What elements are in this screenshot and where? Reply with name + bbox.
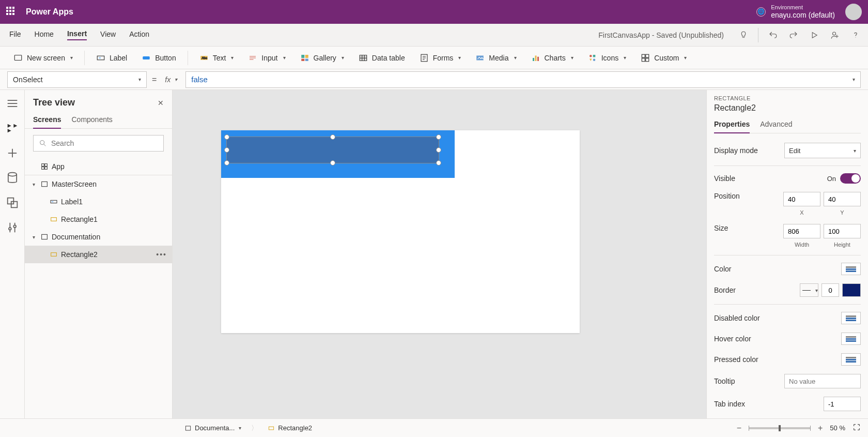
close-panel-icon[interactable]: ✕ [158, 99, 164, 107]
svg-rect-37 [51, 253, 57, 257]
tooltip-input[interactable] [784, 374, 861, 388]
tab-properties[interactable]: Properties [714, 117, 750, 133]
tree-node-label1[interactable]: Label1 [25, 193, 172, 210]
collapse-icon[interactable]: ▾ [30, 182, 37, 187]
crumb-screen[interactable]: Documenta... ▾ [180, 422, 246, 434]
resize-handle-w[interactable] [224, 147, 229, 153]
menu-file[interactable]: File [9, 30, 21, 40]
width-input[interactable] [783, 224, 820, 238]
button-icon [142, 53, 151, 63]
zoom-in-button[interactable]: + [818, 424, 823, 433]
resize-handle-s[interactable] [330, 160, 335, 165]
menu-view[interactable]: View [100, 30, 116, 40]
button-button[interactable]: Button [135, 50, 182, 66]
redo-icon[interactable] [787, 29, 800, 41]
tree-node-app[interactable]: App [25, 158, 172, 175]
pos-x-input[interactable] [783, 192, 820, 206]
more-icon[interactable]: ••• [156, 250, 167, 259]
data-icon[interactable] [5, 171, 20, 185]
height-input[interactable] [824, 224, 861, 238]
border-color-picker[interactable] [842, 283, 861, 297]
tree-view-icon[interactable] [5, 121, 20, 135]
resize-handle-sw[interactable] [224, 160, 229, 165]
crumb-control[interactable]: Rectangle2 [263, 422, 317, 434]
resize-handle-se[interactable] [436, 160, 441, 165]
display-mode-select[interactable]: Edit ▾ [784, 143, 861, 158]
forms-label: Forms [433, 54, 454, 62]
zoom-out-button[interactable]: − [737, 424, 741, 433]
menu-insert[interactable]: Insert [67, 29, 87, 40]
fx-indicator[interactable]: fx ▾ [162, 76, 180, 84]
resize-handle-nw[interactable] [224, 134, 229, 140]
undo-icon[interactable] [767, 29, 779, 41]
media-dropdown[interactable]: Media ▾ [469, 50, 522, 66]
play-icon[interactable] [808, 29, 820, 41]
color-picker[interactable] [841, 263, 861, 275]
tools-icon[interactable] [5, 220, 20, 235]
charts-dropdown[interactable]: Charts ▾ [525, 50, 580, 66]
svg-rect-39 [269, 427, 274, 430]
tree-node-rectangle1[interactable]: Rectangle1 [25, 210, 172, 228]
media-rail-icon[interactable] [5, 195, 20, 210]
label-button[interactable]: Label [90, 50, 133, 66]
border-width-input[interactable] [822, 283, 839, 297]
share-icon[interactable] [829, 29, 841, 41]
chevron-down-icon: ▾ [571, 55, 574, 61]
input-dropdown[interactable]: Input ▾ [242, 50, 291, 66]
waffle-icon[interactable] [6, 7, 17, 17]
resize-handle-e[interactable] [436, 147, 441, 153]
tab-components[interactable]: Components [71, 112, 112, 128]
selected-rectangle[interactable] [226, 137, 439, 163]
tree-node-documentation[interactable]: ▾ Documentation [25, 228, 172, 246]
add-icon[interactable] [5, 146, 20, 160]
tree-node-rectangle2[interactable]: Rectangle2 ••• [25, 246, 172, 263]
zoom-pct: % [839, 424, 845, 432]
new-screen-button[interactable]: New screen ▾ [7, 50, 79, 66]
separator [758, 28, 758, 42]
datatable-button[interactable]: Data table [352, 50, 411, 66]
zoom-thumb[interactable] [779, 425, 781, 431]
gallery-dropdown[interactable]: Gallery ▾ [294, 50, 350, 66]
svg-point-18 [593, 58, 595, 61]
disabled-color-picker[interactable] [841, 312, 861, 324]
zoom-slider[interactable] [749, 427, 811, 429]
help-icon[interactable] [849, 29, 862, 41]
env-label: Environment [771, 4, 835, 11]
property-selector[interactable]: OnSelect ▾ [7, 71, 147, 88]
pressed-color-picker[interactable] [841, 353, 861, 366]
custom-dropdown[interactable]: Custom ▾ [634, 50, 693, 66]
menu-action[interactable]: Action [129, 30, 149, 40]
border-style-picker[interactable]: ▾ [800, 283, 818, 297]
icons-label: Icons [601, 54, 618, 62]
forms-dropdown[interactable]: Forms ▾ [413, 50, 468, 66]
tree-search[interactable] [33, 135, 164, 152]
tab-advanced[interactable]: Advanced [760, 117, 792, 133]
control-name[interactable]: Rectangle2 [714, 103, 861, 113]
environment-picker[interactable]: 🌐 Environment enayu.com (default) [756, 4, 835, 20]
app-checker-icon[interactable] [737, 29, 750, 41]
tree-label: Rectangle1 [61, 215, 98, 223]
tree-node-masterscreen[interactable]: ▾ MasterScreen [25, 175, 172, 193]
icons-dropdown[interactable]: Icons ▾ [582, 50, 632, 66]
user-avatar[interactable] [845, 4, 862, 20]
hamburger-icon[interactable] [5, 96, 20, 111]
tabindex-input[interactable] [824, 397, 861, 411]
search-input[interactable] [51, 139, 158, 147]
tab-screens[interactable]: Screens [33, 112, 61, 129]
hover-color-picker[interactable] [841, 333, 861, 345]
svg-rect-32 [45, 167, 48, 169]
display-mode-label: Display mode [714, 146, 758, 155]
property-name: OnSelect [13, 76, 43, 84]
screen-icon [40, 233, 49, 241]
menu-home[interactable]: Home [35, 30, 54, 40]
resize-handle-ne[interactable] [436, 134, 441, 140]
resize-handle-n[interactable] [330, 134, 335, 140]
pos-y-input[interactable] [824, 192, 861, 206]
fit-screen-icon[interactable] [853, 423, 861, 433]
collapse-icon[interactable]: ▾ [30, 234, 37, 240]
visible-toggle[interactable] [840, 173, 861, 184]
formula-bar: OnSelect ▾ = fx ▾ false ▾ [0, 69, 868, 90]
text-dropdown[interactable]: Abc Text ▾ [193, 50, 240, 66]
canvas[interactable] [173, 90, 706, 418]
formula-input[interactable]: false ▾ [185, 71, 861, 88]
